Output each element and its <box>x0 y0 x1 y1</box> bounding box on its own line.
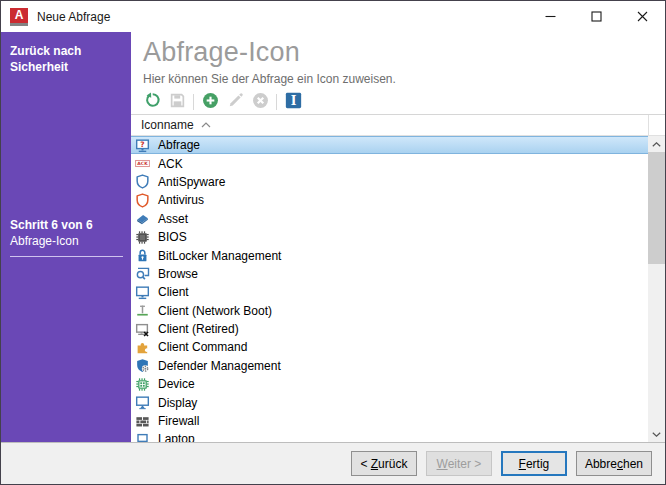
toolbar-separator <box>276 94 277 110</box>
list-item-label: Browse <box>158 267 198 281</box>
save-button <box>168 93 186 111</box>
button-label-part: hen <box>623 457 643 471</box>
step-block: Schritt 6 von 6 Abfrage-Icon <box>10 218 123 257</box>
list-item[interactable]: Client Command <box>131 338 648 356</box>
list-item[interactable]: Antivirus <box>131 191 648 209</box>
minimize-icon <box>545 11 556 22</box>
bios-icon <box>134 229 151 245</box>
list-item[interactable]: AntiSpyware <box>131 173 648 191</box>
list-item-label: Display <box>158 396 197 410</box>
list-item-label: Asset <box>158 212 188 226</box>
button-label-part: F <box>519 457 526 471</box>
next-button: Weiter > <box>426 451 492 476</box>
list-item-label: BIOS <box>158 230 187 244</box>
list-item[interactable]: Display <box>131 393 648 411</box>
client-network-boot-icon <box>134 303 151 319</box>
svg-text:I: I <box>290 93 296 107</box>
firewall-icon <box>134 413 151 429</box>
list-item-label: Defender Management <box>158 359 281 373</box>
icon-toolbar: I <box>131 89 665 115</box>
defender-icon <box>134 358 151 374</box>
browse-icon <box>134 266 151 282</box>
finish-button[interactable]: Fertig <box>501 451 567 476</box>
rename-button[interactable]: I <box>284 93 302 111</box>
cancel-button[interactable]: Abbrechen <box>576 451 652 476</box>
icon-list-rows: ?AbfrageACKACKAntiSpywareAntivirusAssetB… <box>131 136 648 442</box>
delete-icon <box>252 92 269 112</box>
list-item[interactable]: Laptop <box>131 430 648 442</box>
ack-icon: ACK <box>134 156 151 172</box>
list-item-label: Client (Retired) <box>158 322 239 336</box>
icon-list: Iconname ?AbfrageACKACKAntiSpywareAntivi… <box>131 115 665 442</box>
chevron-up-icon <box>652 142 661 147</box>
edit-icon <box>227 92 244 112</box>
close-icon <box>637 11 648 22</box>
button-label-part: eiter > <box>448 457 482 471</box>
button-label-part: Z <box>371 457 378 471</box>
list-item[interactable]: BitLocker Management <box>131 246 648 264</box>
column-header-label: Iconname <box>141 118 194 132</box>
list-item-label: BitLocker Management <box>158 249 281 263</box>
add-icon <box>202 92 219 112</box>
edit-button <box>226 93 244 111</box>
chevron-down-icon <box>652 432 661 437</box>
save-icon <box>169 92 186 112</box>
scrollbar-thumb[interactable] <box>648 152 665 264</box>
list-item-label: Firewall <box>158 414 199 428</box>
scroll-down-button[interactable] <box>648 426 665 442</box>
list-item-label: Laptop <box>158 432 195 442</box>
antispyware-icon <box>134 174 151 190</box>
button-label-part: W <box>437 457 448 471</box>
client-retired-icon <box>134 321 151 337</box>
asset-icon <box>134 211 151 227</box>
antivirus-icon <box>134 192 151 208</box>
list-item[interactable]: Device <box>131 375 648 393</box>
dialog-footer: < ZurückWeiter >FertigAbbrechen <box>1 442 665 484</box>
vertical-scrollbar[interactable] <box>648 136 665 442</box>
list-item-label: Client (Network Boot) <box>158 304 272 318</box>
app-icon: A <box>10 8 28 26</box>
list-item-label: Device <box>158 377 195 391</box>
list-item[interactable]: Client (Network Boot) <box>131 302 648 320</box>
button-label-part: ertig <box>526 457 549 471</box>
scrollbar-column <box>648 115 665 442</box>
back-button[interactable]: < Zurück <box>351 451 417 476</box>
iconname-column-header[interactable]: Iconname <box>131 115 648 136</box>
list-item[interactable]: Defender Management <box>131 357 648 375</box>
close-button[interactable] <box>619 1 665 32</box>
undo-button[interactable] <box>143 93 161 111</box>
new-query-wizard-window: A Neue Abfrage Zurück nach Sicherheit Sc… <box>0 0 666 485</box>
step-counter: Schritt 6 von 6 <box>10 218 123 232</box>
sidebar-back-label: Zurück nach Sicherheit <box>10 43 123 75</box>
list-item-label: Client Command <box>158 340 247 354</box>
list-item[interactable]: Client (Retired) <box>131 320 648 338</box>
list-item[interactable]: Browse <box>131 265 648 283</box>
list-item[interactable]: Client <box>131 283 648 301</box>
page-title: Abfrage-Icon <box>143 37 653 68</box>
maximize-button[interactable] <box>573 1 619 32</box>
add-button[interactable] <box>201 93 219 111</box>
bitlocker-icon <box>134 248 151 264</box>
scroll-up-button[interactable] <box>648 136 665 152</box>
list-item-label: Antivirus <box>158 193 204 207</box>
main-panel: Abfrage-Icon Hier können Sie der Abfrage… <box>131 32 665 442</box>
svg-text:ACK: ACK <box>137 161 148 166</box>
minimize-button[interactable] <box>527 1 573 32</box>
button-label-part: urück <box>378 457 407 471</box>
maximize-icon <box>591 11 602 22</box>
rename-icon: I <box>285 92 302 112</box>
delete-button <box>251 93 269 111</box>
button-label-part: < <box>360 457 370 471</box>
undo-icon <box>144 92 161 112</box>
list-item-label: Abfrage <box>158 138 200 152</box>
list-item[interactable]: ACKACK <box>131 154 648 172</box>
display-icon <box>134 395 151 411</box>
list-item[interactable]: BIOS <box>131 228 648 246</box>
list-item[interactable]: ?Abfrage <box>131 136 648 154</box>
list-item[interactable]: Asset <box>131 210 648 228</box>
toolbar-separator <box>193 94 194 110</box>
list-item[interactable]: Firewall <box>131 412 648 430</box>
list-item-label: AntiSpyware <box>158 175 225 189</box>
svg-text:?: ? <box>140 140 144 149</box>
query-icon: ? <box>134 137 151 153</box>
